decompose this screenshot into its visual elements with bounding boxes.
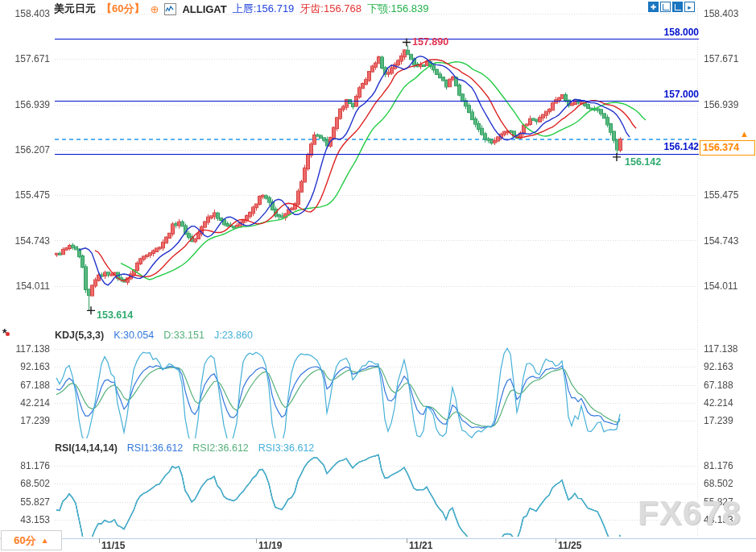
- kdj-header: KDJ(5,3,3) K:30.054 D:33.151 J:23.860: [55, 330, 253, 341]
- kdj-axis-label-left: 92.163: [0, 361, 50, 372]
- low-price-label: 153.614: [97, 309, 133, 321]
- main-axis-label-left: 157.671: [0, 53, 50, 64]
- high-price-label: 157.890: [412, 36, 448, 48]
- kdj-axis-label-left: 117.138: [0, 343, 50, 355]
- rsi-axis-label-right: 68.502: [704, 478, 755, 489]
- rsi-axis-label-left: 81.176: [0, 460, 50, 471]
- chart-header: 美元日元 【60分】 ⊕ ALLIGAT 上唇:156.719 牙齿:156.7…: [54, 2, 429, 16]
- alligator-teeth-value: 牙齿:156.768: [300, 2, 361, 16]
- indicator-chart-icon: [164, 3, 176, 15]
- rsi2-value: RSI2:36.612: [192, 442, 249, 454]
- main-axis-label-right: 156.939: [704, 99, 755, 110]
- kdj-k-value: K:30.054: [114, 330, 154, 341]
- axis-scale-active-icon[interactable]: [672, 2, 683, 12]
- kdj-axis-label-right: 17.239: [704, 415, 755, 426]
- kdj-axis-label-right: 117.138: [704, 343, 755, 355]
- collapse-indicator-icon[interactable]: ⊕: [150, 3, 159, 15]
- rsi1-value: RSI1:36.612: [127, 442, 184, 454]
- kdj-j-value: J:23.860: [214, 330, 253, 341]
- rsi3-value: RSI3:36.612: [258, 442, 315, 454]
- main-axis-label-right: 157.671: [704, 53, 755, 64]
- last-low-price-label: 156.142: [625, 156, 661, 168]
- kdj-axis-label-left: 67.188: [0, 380, 50, 391]
- kdj-axis-label-right: 42.214: [704, 397, 755, 409]
- crosshair-icon[interactable]: ✚: [648, 2, 659, 12]
- main-axis-label-left: 154.743: [0, 235, 50, 247]
- chart-toolbar: ✚ ▸: [648, 2, 695, 12]
- main-axis-label-left: 156.939: [0, 99, 50, 110]
- main-axis-label-right: 155.475: [704, 189, 755, 201]
- rsi-axis-label-left: 68.502: [0, 478, 50, 489]
- main-axis-label-right: 154.011: [704, 280, 755, 292]
- date-tick-label: 11/15: [101, 540, 125, 551]
- kdj-axis-label-left: 17.239: [0, 415, 50, 426]
- period-selector-button[interactable]: 60分 ▲: [1, 530, 62, 550]
- rsi-axis-label-right: 81.176: [704, 460, 755, 471]
- kdj-axis-label-right: 67.188: [704, 380, 755, 391]
- main-axis-label-right: 158.403: [704, 8, 755, 19]
- rsi-header: RSI(14,14,14) RSI1:36.612 RSI2:36.612 RS…: [55, 442, 314, 454]
- watermark-logo: FX678: [638, 494, 742, 533]
- date-tick-label: 11/19: [258, 540, 282, 551]
- exit-chart-icon[interactable]: ▸: [684, 2, 695, 12]
- rsi-axis-label-left: 43.153: [0, 514, 50, 525]
- kdj-title: KDJ(5,3,3): [55, 330, 104, 341]
- chevron-up-icon: ▲: [41, 536, 49, 545]
- indicator-name: ALLIGAT: [182, 3, 226, 15]
- support-label-156142: 156.142: [620, 141, 699, 152]
- rsi-axis-label-left: 55.827: [0, 496, 50, 508]
- kdj-d-value: D:33.151: [163, 330, 204, 341]
- main-axis-label-right: 154.743: [704, 235, 755, 247]
- main-axis-label-left: 155.475: [0, 189, 50, 201]
- resistance-label-158: 158.000: [620, 27, 699, 38]
- resistance-label-157: 157.000: [620, 89, 699, 100]
- kdj-axis-label-right: 92.163: [704, 361, 755, 372]
- alligator-lips-value: 上唇:156.719: [233, 2, 295, 16]
- alligator-jaw-value: 下颚:156.839: [367, 2, 429, 16]
- period-label: 【60分】: [101, 2, 144, 16]
- price-up-arrow-icon: ▲: [740, 129, 749, 139]
- main-axis-label-left: 154.011: [0, 280, 50, 292]
- current-price-tag: 156.374: [700, 140, 755, 156]
- axis-scale-icon[interactable]: [660, 2, 671, 12]
- period-button-label: 60分: [14, 533, 35, 548]
- main-axis-label-left: 158.403: [0, 8, 50, 19]
- main-axis-label-left: 156.207: [0, 144, 50, 156]
- indicator-settings-icon[interactable]: *: [2, 328, 14, 340]
- kdj-axis-label-left: 42.214: [0, 397, 50, 409]
- chart-canvas[interactable]: [0, 0, 756, 552]
- rsi-title: RSI(14,14,14): [55, 442, 118, 454]
- symbol-name: 美元日元: [54, 2, 96, 16]
- date-tick-label: 11/25: [558, 540, 581, 551]
- date-tick-label: 11/21: [409, 540, 432, 551]
- chart-application: { "header": { "symbol": "美元日元", "period"…: [0, 0, 756, 552]
